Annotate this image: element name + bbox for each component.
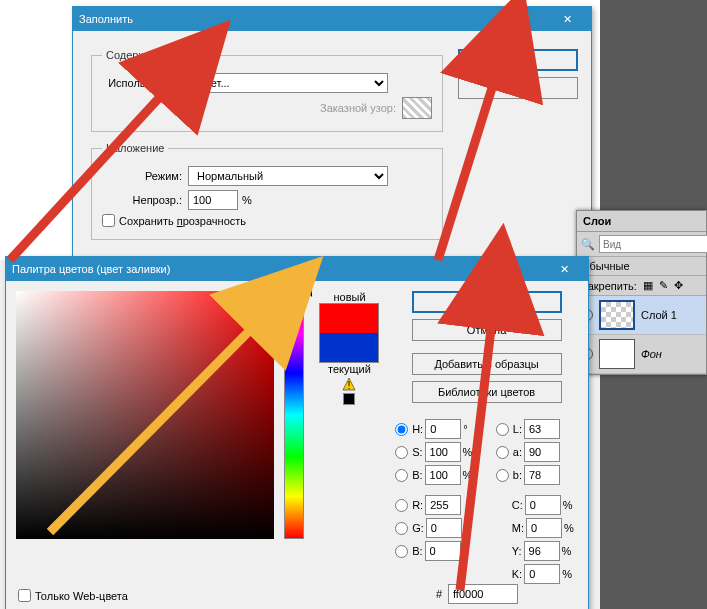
mode-select[interactable]: Нормальный (188, 166, 388, 186)
h-radio[interactable] (395, 423, 408, 436)
search-icon: 🔍 (581, 238, 595, 251)
opacity-label: Непрозр.: (102, 194, 182, 206)
b-radio[interactable] (395, 469, 408, 482)
g-radio[interactable] (395, 522, 408, 535)
only-web-checkbox[interactable] (18, 589, 31, 602)
new-label: новый (333, 291, 365, 303)
fill-ok-button[interactable]: OK (458, 49, 578, 71)
preserve-trans-checkbox[interactable] (102, 214, 115, 227)
opacity-input[interactable] (188, 190, 238, 210)
new-color-swatch[interactable] (320, 304, 378, 333)
layer-name[interactable]: Фон (641, 348, 662, 360)
blend-legend: Наложение (102, 142, 168, 154)
lb-input[interactable] (524, 465, 560, 485)
preserve-trans-label: Сохранить прозрачность (119, 215, 246, 227)
b2-input[interactable] (425, 541, 461, 561)
color-field[interactable] (16, 291, 274, 539)
close-icon[interactable]: ✕ (546, 263, 582, 276)
a-input[interactable] (524, 442, 560, 462)
fill-titlebar[interactable]: Заполнить ✕ (73, 7, 591, 31)
blend-fieldset: Наложение Режим: Нормальный Непрозр.: % … (91, 142, 443, 240)
close-icon[interactable]: ✕ (549, 13, 585, 26)
picker-title: Палитра цветов (цвет заливки) (12, 263, 170, 275)
r-input[interactable] (425, 495, 461, 515)
l-radio[interactable] (496, 423, 509, 436)
current-label: текущий (328, 363, 371, 375)
a-radio[interactable] (496, 446, 509, 459)
b-input[interactable] (425, 465, 461, 485)
y-input[interactable] (524, 541, 560, 561)
layer-thumb[interactable] (599, 300, 635, 330)
use-label: Использовать: (102, 77, 182, 89)
svg-text:!: ! (348, 379, 351, 391)
color-preview (319, 303, 379, 363)
picker-ok-button[interactable]: OK (412, 291, 562, 313)
hue-slider[interactable] (284, 291, 304, 539)
fill-title: Заполнить (79, 13, 133, 25)
blend-mode-label[interactable]: Обычные (577, 257, 706, 276)
m-input[interactable] (526, 518, 562, 538)
layer-name[interactable]: Слой 1 (641, 309, 677, 321)
pattern-swatch[interactable] (402, 97, 432, 119)
layer-row-bg[interactable]: Фон (577, 335, 706, 374)
gamut-warning-icon[interactable]: ! (342, 377, 356, 391)
color-libs-button[interactable]: Библиотеки цветов (412, 381, 562, 403)
color-picker-dialog: Палитра цветов (цвет заливки) ✕ новый те… (5, 256, 589, 609)
lock-paint-icon[interactable]: ✎ (659, 279, 668, 292)
layer-row-1[interactable]: Слой 1 (577, 296, 706, 335)
custom-pattern-label: Заказной узор: (320, 102, 396, 114)
add-swatches-button[interactable]: Добавить в образцы (412, 353, 562, 375)
hex-input[interactable] (448, 584, 518, 604)
only-web-label: Только Web-цвета (35, 590, 128, 602)
lock-move-icon[interactable]: ✥ (674, 279, 683, 292)
current-color-swatch[interactable] (320, 333, 378, 362)
lock-pixels-icon[interactable]: ▦ (643, 279, 653, 292)
s-radio[interactable] (395, 446, 408, 459)
hex-prefix: # (436, 588, 442, 600)
r-radio[interactable] (395, 499, 408, 512)
lb-radio[interactable] (496, 469, 509, 482)
picker-titlebar[interactable]: Палитра цветов (цвет заливки) ✕ (6, 257, 588, 281)
s-input[interactable] (425, 442, 461, 462)
b2-radio[interactable] (395, 545, 408, 558)
web-safe-warning-icon[interactable] (343, 393, 355, 405)
k-input[interactable] (524, 564, 560, 584)
h-input[interactable] (425, 419, 461, 439)
contents-legend: Содержимое (102, 49, 176, 61)
fill-cancel-button[interactable]: Отмена (458, 77, 578, 99)
contents-fieldset: Содержимое Использовать: Цвет... Заказно… (91, 49, 443, 132)
lock-label: Закрепить: (581, 280, 637, 292)
mode-label: Режим: (102, 170, 182, 182)
use-select[interactable]: Цвет... (188, 73, 388, 93)
picker-cancel-button[interactable]: Отмена (412, 319, 562, 341)
l-input[interactable] (524, 419, 560, 439)
c-input[interactable] (525, 495, 561, 515)
layers-panel: Слои 🔍 ≡ Обычные Закрепить: ▦ ✎ ✥ Слой 1… (576, 210, 707, 375)
layers-tab[interactable]: Слои (577, 211, 706, 232)
layer-thumb[interactable] (599, 339, 635, 369)
g-input[interactable] (426, 518, 462, 538)
layers-search[interactable] (599, 235, 707, 253)
fill-dialog: Заполнить ✕ Содержимое Использовать: Цве… (72, 6, 592, 259)
opacity-unit: % (242, 194, 252, 206)
